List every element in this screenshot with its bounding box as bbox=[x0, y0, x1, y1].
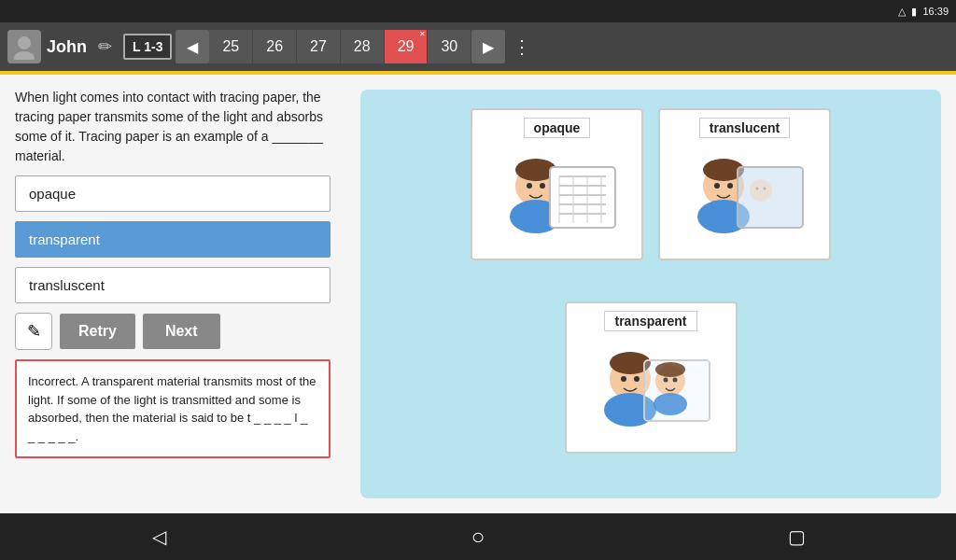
transparent-label: transparent bbox=[604, 311, 696, 331]
answer-transluscent[interactable]: transluscent bbox=[15, 267, 330, 303]
status-bar: △ ▮ 16:39 bbox=[0, 0, 956, 22]
svg-point-21 bbox=[727, 183, 733, 189]
wifi-icon: △ bbox=[898, 6, 906, 18]
action-buttons: ✎ Retry Next bbox=[15, 313, 330, 350]
edit-icon: ✎ bbox=[27, 321, 41, 342]
nav-num-29[interactable]: 29 ✕ bbox=[385, 30, 429, 63]
back-button[interactable]: ◁ bbox=[132, 518, 188, 555]
feedback-text: Incorrect. A transparent material transm… bbox=[28, 374, 316, 443]
battery-icon: ▮ bbox=[911, 6, 917, 18]
bottom-nav: ◁ ○ ▢ bbox=[0, 513, 956, 560]
next-button[interactable]: Next bbox=[143, 314, 220, 349]
svg-rect-22 bbox=[738, 167, 803, 228]
translucent-label: translucent bbox=[699, 118, 790, 138]
svg-point-5 bbox=[527, 183, 532, 189]
answer-opaque[interactable]: opaque bbox=[15, 175, 330, 212]
svg-point-36 bbox=[672, 378, 677, 383]
left-panel: When light comes into contact with traci… bbox=[0, 75, 345, 513]
transparent-illustration bbox=[579, 337, 724, 444]
top-nav: John ✏ L 1-3 ◀ 25 26 27 28 29 ✕ 30 ▶ ⋮ bbox=[0, 22, 956, 71]
pencil-icon: ✏ bbox=[98, 36, 112, 57]
next-arrow[interactable]: ▶ bbox=[471, 30, 505, 63]
svg-point-29 bbox=[621, 376, 626, 382]
recents-icon: ▢ bbox=[788, 525, 806, 548]
nav-num-27[interactable]: 27 bbox=[297, 30, 341, 63]
nav-num-25[interactable]: 25 bbox=[209, 30, 253, 63]
translucent-card: translucent bbox=[658, 108, 831, 260]
right-panel: opaque bbox=[345, 75, 956, 513]
svg-point-34 bbox=[655, 362, 685, 377]
close-icon: ✕ bbox=[419, 30, 426, 38]
more-icon[interactable]: ⋮ bbox=[513, 35, 531, 58]
opaque-illustration bbox=[485, 144, 629, 251]
retry-button[interactable]: Retry bbox=[60, 314, 135, 349]
opaque-card: opaque bbox=[471, 108, 643, 260]
nav-num-28[interactable]: 28 bbox=[341, 30, 385, 63]
svg-point-23 bbox=[750, 179, 772, 202]
recents-button[interactable]: ▢ bbox=[768, 518, 824, 555]
home-button[interactable]: ○ bbox=[450, 518, 506, 555]
main-content: When light comes into contact with traci… bbox=[0, 75, 956, 513]
svg-point-33 bbox=[654, 393, 687, 415]
translucent-illustration bbox=[672, 144, 817, 251]
svg-point-1 bbox=[14, 51, 35, 60]
svg-point-25 bbox=[764, 188, 766, 190]
question-text: When light comes into contact with traci… bbox=[15, 88, 330, 166]
svg-point-0 bbox=[18, 36, 31, 49]
transparent-card: transparent bbox=[565, 301, 738, 454]
nav-numbers: 25 26 27 28 29 ✕ 30 bbox=[209, 30, 471, 63]
answer-transparent[interactable]: transparent bbox=[15, 221, 330, 258]
svg-point-24 bbox=[756, 188, 759, 190]
opaque-label: opaque bbox=[524, 118, 591, 138]
images-container: opaque bbox=[360, 90, 941, 498]
user-name: John bbox=[47, 37, 87, 57]
svg-point-6 bbox=[540, 183, 545, 189]
edit-button[interactable]: ✎ bbox=[15, 313, 52, 350]
svg-point-35 bbox=[663, 378, 668, 383]
home-icon: ○ bbox=[471, 524, 485, 550]
nav-num-26[interactable]: 26 bbox=[253, 30, 297, 63]
feedback-box: Incorrect. A transparent material transm… bbox=[15, 359, 330, 458]
svg-point-20 bbox=[714, 183, 720, 189]
prev-arrow[interactable]: ◀ bbox=[176, 30, 209, 63]
avatar bbox=[7, 30, 41, 63]
svg-point-30 bbox=[634, 376, 640, 382]
back-icon: ◁ bbox=[152, 525, 166, 548]
nav-num-30[interactable]: 30 bbox=[428, 30, 471, 63]
level-badge: L 1-3 bbox=[123, 34, 172, 60]
time: 16:39 bbox=[922, 6, 949, 17]
